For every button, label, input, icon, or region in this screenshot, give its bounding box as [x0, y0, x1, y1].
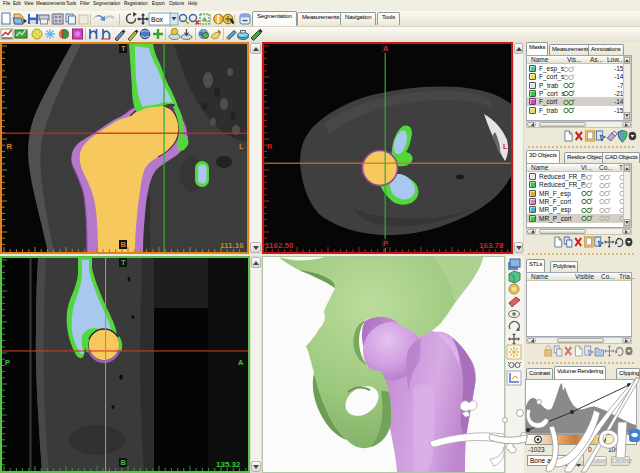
svg-text:A: A: [383, 44, 389, 53]
svg-text:1162.50: 1162.50: [265, 241, 294, 250]
svg-text:R: R: [7, 142, 13, 151]
svg-text:P: P: [5, 358, 10, 367]
svg-text:R: R: [267, 142, 273, 151]
svg-text:135.32: 135.32: [216, 460, 241, 469]
svg-text:L: L: [239, 142, 244, 151]
svg-text:Box: Box: [151, 16, 164, 23]
svg-text:B: B: [121, 240, 127, 249]
svg-text:P: P: [383, 239, 388, 248]
svg-text:A: A: [238, 358, 244, 367]
svg-text:T: T: [121, 258, 126, 267]
svg-text:T: T: [121, 44, 126, 53]
svg-text:L: L: [503, 142, 508, 151]
svg-text:111.16: 111.16: [220, 241, 244, 250]
svg-text:B: B: [121, 458, 127, 467]
